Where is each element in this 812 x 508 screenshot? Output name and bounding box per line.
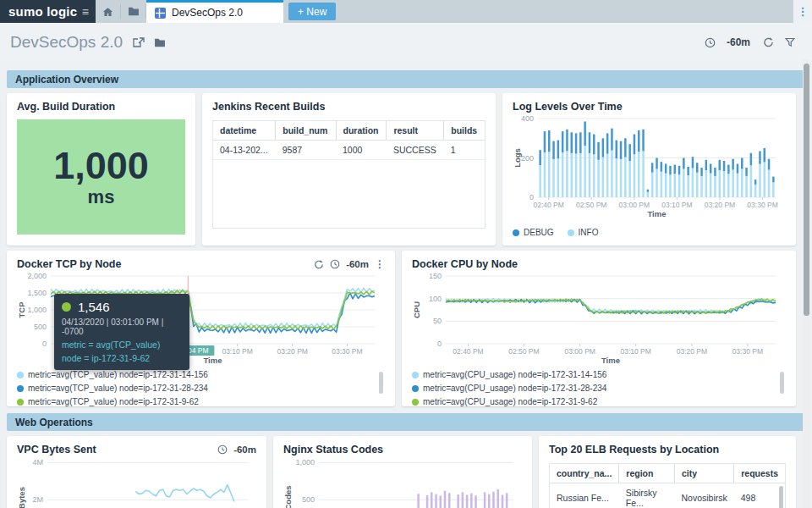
folder-icon[interactable] [121,0,145,23]
docker-cpu-chart[interactable]: 05010015002:40 PM02:50 PM03:00 PM03:10 P… [412,272,786,367]
svg-text:03:30 PM: 03:30 PM [332,347,362,356]
time-range-icon[interactable] [705,37,716,48]
svg-text:0: 0 [437,340,442,348]
home-icon[interactable] [96,0,120,23]
legend-label: metric=avg(CPU_usage) node=ip-172-31-9-6… [423,397,597,406]
panel-docker-tcp: Docker TCP by Node -60m ⋮ 05001,0001,500… [7,251,395,406]
panel-nginx-status-codes: Nginx Status Codes 1,000500Codes [273,436,532,508]
section-title: Web Operations [15,417,93,428]
table-cell: 1 [444,141,485,160]
chart-tooltip: 1,546 04/13/2020 | 03:01:00 PM | -0700 m… [54,294,189,370]
table-cell: 1000 [336,141,387,160]
column-header[interactable]: result [387,121,444,141]
legend-scrollbar[interactable] [379,372,383,394]
svg-text:02:40 PM: 02:40 PM [453,347,483,356]
page-title: DevSecOps 2.0 [10,33,123,52]
filter-icon[interactable] [785,37,795,47]
section-application-overview: Application Overview [7,70,805,88]
panel-avg-build-duration: Avg. Build Duration 1,000 ms [7,93,195,246]
page-scrollbar-thumb[interactable] [804,64,809,316]
table-cell: Sibirsky Fe... [619,483,675,508]
legend-dot [17,385,24,392]
legend-item[interactable]: metric=avg(TCP_value) node=ip-172-31-9-6… [17,397,199,406]
legend-item[interactable]: metric=avg(TCP_value) node=ip-172-31-28-… [17,384,208,393]
column-header[interactable]: datetime [213,121,276,141]
panel-title: VPC Bytes Sent [17,444,96,456]
refresh-icon[interactable] [763,37,774,47]
legend-item[interactable]: metric=avg(CPU_usage) node=ip-172-31-14-… [412,370,606,379]
column-header[interactable]: city [674,464,733,483]
legend-dot [513,229,519,236]
legend-scrollbar[interactable] [780,372,784,394]
table-header-row: datetimebuild_numdurationresultbuilds [213,121,485,141]
table-row[interactable]: Russian Fe...Sibirsky Fe...Novosibirsk49… [550,483,785,508]
elb-table-container: country_na...regioncityrequestsRussian F… [549,463,786,508]
svg-text:50: 50 [433,317,442,325]
section-title: Application Overview [15,74,118,86]
legend-dot [17,399,24,406]
column-header[interactable]: duration [336,121,387,141]
svg-text:03:00 PM: 03:00 PM [565,347,595,356]
more-options-icon[interactable]: ⋮ [793,0,812,23]
svg-text:Bytes: Bytes [17,487,26,508]
share-icon[interactable] [133,37,145,47]
vpc-bytes-chart[interactable]: 4M2MBytes [17,457,256,508]
table-scrollbar[interactable] [779,486,783,508]
table-cell: Russian Fe... [550,483,619,508]
tooltip-node: node = ip-172-31-9-62 [62,353,182,363]
svg-text:2M: 2M [32,495,43,504]
jenkins-table: datetimebuild_numdurationresultbuilds04-… [213,121,485,160]
table-cell: SUCCESS [387,141,444,160]
panel-refresh-icon[interactable] [314,260,324,269]
folder-location-icon[interactable] [154,38,166,47]
page-scrollbar[interactable] [803,59,810,508]
column-header[interactable]: builds [444,121,485,141]
column-header[interactable]: region [619,464,675,483]
menu-icon[interactable]: ≡ [82,5,89,19]
panel-clock-icon[interactable] [217,444,228,455]
nginx-status-chart[interactable]: 1,000500Codes [283,457,522,508]
jenkins-table-container: datetimebuild_numdurationresultbuilds04-… [212,120,486,229]
log-levels-chart[interactable]: 020040002:40 PM02:50 PM03:00 PM03:10 PM0… [513,114,786,224]
single-value-tile: 1,000 ms [17,119,185,235]
table-cell: 9587 [276,141,336,160]
table-cell: Novosibirsk [674,483,733,508]
brand: sumo logic ≡ [0,0,96,23]
legend-dot [568,229,574,236]
column-header[interactable]: country_na... [550,464,619,483]
avg-build-value: 1,000 [53,146,149,185]
legend-item[interactable]: metric=avg(TCP_value) node=ip-172-31-14-… [17,370,208,379]
svg-text:4M: 4M [32,458,43,467]
panel-title: Log Levels Over Time [513,101,786,113]
tab-devsecops[interactable]: DevSecOps 2.0 [146,0,283,23]
table-cell: 04-13-202... [213,141,276,160]
legend-item[interactable]: INFO [568,228,599,237]
panel-clock-icon[interactable] [330,259,340,269]
panel-top20-elb-requests: Top 20 ELB Requests by Location country_… [539,436,796,508]
panel-title: Top 20 ELB Requests by Location [549,444,786,456]
dashboard-content: Application Overview Avg. Build Duration… [0,70,812,508]
column-header[interactable]: requests [734,464,785,483]
panel-title: Nginx Status Codes [283,444,522,456]
svg-text:03:10 PM: 03:10 PM [222,347,252,356]
legend-item[interactable]: metric=avg(CPU_usage) node=ip-172-31-28-… [412,384,606,393]
panel-menu-icon[interactable]: ⋮ [375,258,385,270]
svg-text:Logs: Logs [513,148,522,168]
panel-time-range[interactable]: -60m [233,444,256,455]
time-range-value[interactable]: -60m [727,36,750,48]
legend-dot [412,385,419,392]
svg-text:02:50 PM: 02:50 PM [508,347,539,356]
legend-item[interactable]: metric=avg(CPU_usage) node=ip-172-31-9-6… [412,397,597,406]
svg-text:Codes: Codes [283,485,293,508]
svg-text:03:20 PM: 03:20 PM [277,347,308,356]
legend-item[interactable]: DEBUG [513,228,554,237]
new-button[interactable]: + New [288,3,336,20]
panel-title: Jenkins Recent Builds [212,101,486,113]
column-header[interactable]: build_num [276,121,336,141]
svg-text:1,000: 1,000 [27,306,47,314]
panel-title: Docker CPU by Node [412,258,786,270]
table-row[interactable]: 04-13-202...95871000SUCCESS1 [213,141,485,160]
panel-time-range[interactable]: -60m [346,259,369,269]
svg-text:0: 0 [42,340,47,348]
svg-text:1,500: 1,500 [27,289,47,297]
